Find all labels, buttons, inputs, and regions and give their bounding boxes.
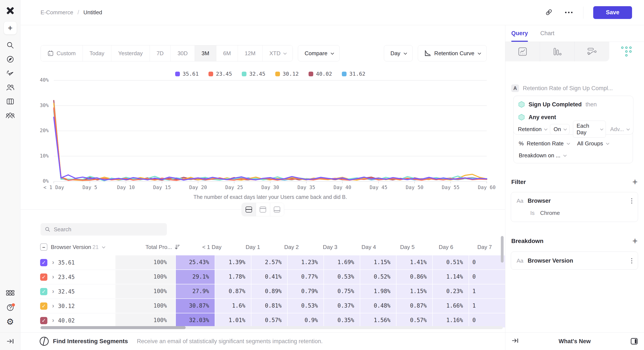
range-xtd-button[interactable]: XTD [262,45,292,61]
cohorts-icon[interactable] [5,110,15,121]
range-30d-button[interactable]: 30D [170,45,194,61]
ai-assistant-icon[interactable] [5,68,15,78]
filter-property-name[interactable]: Browser [528,198,551,204]
table-row[interactable]: ✓ › 40.02 100% 32.03% 1.01%0.57%0.9%0.35… [40,313,505,328]
collapse-sidebar-icon[interactable] [5,336,15,346]
first-event-name[interactable]: Sign Up Completed [528,101,582,108]
breakdown-options-icon[interactable] [631,258,632,263]
series-line-31.62[interactable] [54,109,487,180]
whats-new-link[interactable]: What's New [518,338,631,345]
groups-dropdown[interactable]: All Groups [577,140,603,147]
on-dropdown[interactable]: On [550,124,570,135]
series-line-32.45[interactable] [54,111,487,181]
users-icon[interactable] [5,82,15,93]
explore-compass-icon[interactable] [5,54,15,64]
row-checkbox[interactable]: ✓ [40,303,47,310]
add-breakdown-button[interactable]: + [632,237,638,246]
legend-item[interactable]: 35.61 [175,71,199,77]
chart-view-button[interactable]: Retention Curve [418,45,487,61]
table-row[interactable]: ✓ › 35.61 100% 25.43% 1.39%2.57%1.23%1.6… [40,255,505,270]
each-day-dropdown[interactable]: Each Day [573,121,606,138]
table-row[interactable]: ✓ › 32.45 100% 27.9% 0.87%0.89%0.79%0.75… [40,284,505,299]
breakdown-property-name[interactable]: Browser Version [528,257,573,264]
help-icon[interactable] [5,303,15,313]
breadcrumb-report-name[interactable]: Untitled [84,9,102,16]
legend-item[interactable]: 23.45 [208,71,232,77]
expand-row-icon[interactable]: › [52,273,54,280]
series-line-35.61[interactable] [54,117,487,180]
expand-panel-icon[interactable] [512,338,518,345]
breakdown-on-dropdown[interactable]: Breakdown on ... [519,152,566,159]
retention-type-dropdown[interactable]: Retention [518,126,546,133]
range-7d-button[interactable]: 7D [150,45,170,61]
return-event-name[interactable]: Any event [528,114,556,121]
layout-chart-button[interactable] [256,203,270,216]
toggle-panel-icon[interactable] [631,338,638,345]
day-column-header[interactable]: Day 6 [420,244,459,250]
row-checkbox[interactable]: ✓ [40,259,47,266]
settings-gear-icon[interactable]: ⚙ [5,317,15,327]
copy-link-icon[interactable] [545,8,554,17]
series-line-40.02[interactable] [54,100,487,180]
group-column-header[interactable]: Browser Version [51,244,91,250]
series-line-30.12[interactable] [54,103,487,180]
apps-grid-icon[interactable] [5,288,15,299]
table-row[interactable]: ✓ › 30.12 100% 30.87% 1.6%0.81%0.53%0.37… [40,299,505,313]
range-6m-button[interactable]: 6M [216,45,238,61]
search-icon[interactable] [5,40,15,50]
vertical-scrollbar[interactable] [501,236,504,263]
horizontal-scrollbar[interactable] [40,326,503,329]
metric-dropdown[interactable]: Retention Rate [527,140,564,147]
compare-button[interactable]: Compare [298,45,340,61]
filter-operator[interactable]: Is [530,210,534,216]
legend-item[interactable]: 31.62 [342,71,365,77]
expand-row-icon[interactable]: › [52,303,54,309]
find-segments-link[interactable]: Find Interesting Segments [53,338,128,345]
day-column-header[interactable]: < 1 Day [185,244,227,250]
hscroll-thumb[interactable] [40,326,186,329]
funnels-chart-type-button[interactable] [540,42,574,61]
row-checkbox[interactable]: ✓ [40,288,47,295]
expand-row-icon[interactable]: › [52,317,54,323]
series-title[interactable]: Retention Rate of Sign Up Compl... [523,85,613,92]
total-column-header[interactable]: Total Pro... [121,244,185,250]
mixpanel-logo-icon[interactable] [5,5,15,16]
expand-row-icon[interactable]: › [52,288,54,294]
add-filter-button[interactable]: + [632,177,638,186]
filter-value[interactable]: Chrome [540,210,560,216]
create-new-button[interactable]: + [4,21,17,34]
layout-split-button[interactable] [242,203,256,216]
layout-table-button[interactable] [270,203,284,216]
range-3m-button[interactable]: 3M [194,45,216,61]
tab-query[interactable]: Query [511,25,528,41]
advanced-dropdown[interactable]: Adv... [610,126,629,133]
insights-chart-type-button[interactable] [505,42,540,61]
select-all-checkbox[interactable]: – [40,243,47,251]
day-column-header[interactable]: Day 1 [227,244,266,250]
range-12m-button[interactable]: 12M [238,45,262,61]
save-button[interactable]: Save [593,6,632,19]
day-column-header[interactable]: Day 3 [304,244,343,250]
legend-item[interactable]: 30.12 [275,71,299,77]
day-column-header[interactable]: Day 5 [382,244,420,250]
search-input[interactable] [54,226,162,233]
filter-options-icon[interactable] [631,198,632,203]
series-line-23.45[interactable] [54,108,487,180]
day-column-header[interactable]: Day 2 [266,244,304,250]
day-column-header[interactable]: Day 7 [459,244,498,250]
more-options-icon[interactable] [564,8,573,17]
range-today-button[interactable]: Today [82,45,111,61]
chevron-down-icon[interactable] [102,245,106,248]
boards-icon[interactable] [5,96,15,107]
granularity-button[interactable]: Day [384,45,413,61]
flows-chart-type-button[interactable] [574,42,609,61]
table-row[interactable]: ✓ › 23.45 100% 29.1% 1.78%0.41%0.77%0.53… [40,270,505,284]
legend-item[interactable]: 32.45 [242,71,265,77]
range-yesterday-button[interactable]: Yesterday [111,45,150,61]
retention-chart-type-button[interactable] [609,42,644,61]
row-checkbox[interactable]: ✓ [40,317,47,324]
tab-chart[interactable]: Chart [540,25,554,41]
expand-row-icon[interactable]: › [52,259,54,265]
breadcrumb-project[interactable]: E-Commerce [40,9,73,16]
legend-item[interactable]: 40.02 [308,71,332,77]
